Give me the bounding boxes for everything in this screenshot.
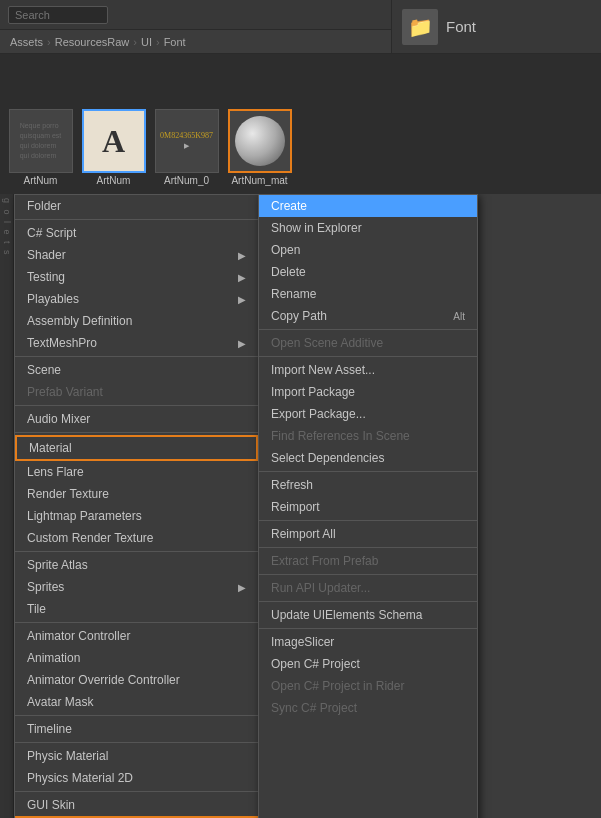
right-menu-item-rename[interactable]: Rename xyxy=(259,283,477,305)
right-menu-item-import-new[interactable]: Import New Asset... xyxy=(259,359,477,381)
right-sep-5 xyxy=(259,547,477,548)
menu-item-prefab-variant: Prefab Variant xyxy=(15,381,258,403)
right-menu-item-export-package[interactable]: Export Package... xyxy=(259,403,477,425)
right-menu-item-open-additive: Open Scene Additive xyxy=(259,332,477,354)
copy-path-shortcut: Alt xyxy=(453,311,465,322)
menu-item-assembly[interactable]: Assembly Definition xyxy=(15,310,258,332)
menu-item-csharp[interactable]: C# Script xyxy=(15,222,258,244)
context-menu-right: Create Show in Explorer Open Delete Rena… xyxy=(258,194,478,818)
right-sep-6 xyxy=(259,574,477,575)
asset-thumb-artnum-mat xyxy=(228,109,292,173)
menu-item-avatar-mask[interactable]: Avatar Mask xyxy=(15,691,258,713)
menu-item-playables[interactable]: Playables ▶ xyxy=(15,288,258,310)
asset-item-artnum0[interactable]: 0M824365K987 ▶ ArtNum_0 xyxy=(154,109,219,186)
menu-item-lightmap[interactable]: Lightmap Parameters xyxy=(15,505,258,527)
menu-item-shader[interactable]: Shader ▶ xyxy=(15,244,258,266)
breadcrumb-font[interactable]: Font xyxy=(164,36,186,48)
arrow-shader: ▶ xyxy=(238,250,246,261)
right-menu-item-show-explorer[interactable]: Show in Explorer xyxy=(259,217,477,239)
right-menu-item-update-ui[interactable]: Update UIElements Schema xyxy=(259,604,477,626)
search-input[interactable] xyxy=(8,6,108,24)
right-menu-item-reimport-all[interactable]: Reimport All xyxy=(259,523,477,545)
breadcrumb-resourcesraw[interactable]: ResourcesRaw xyxy=(55,36,130,48)
asset-thumb-artnum-font: A xyxy=(82,109,146,173)
font-panel-icon: 📁 xyxy=(402,9,438,45)
menu-item-lens-flare[interactable]: Lens Flare xyxy=(15,461,258,483)
arrow-playables: ▶ xyxy=(238,294,246,305)
right-sep-2 xyxy=(259,356,477,357)
right-sep-4 xyxy=(259,520,477,521)
menu-item-custom-render[interactable]: Custom Render Texture xyxy=(15,527,258,549)
separator-9 xyxy=(15,791,258,792)
menu-item-timeline[interactable]: Timeline xyxy=(15,718,258,740)
asset-label-artnum-mat: ArtNum_mat xyxy=(228,175,292,186)
right-menu-item-image-slicer[interactable]: ImageSlicer xyxy=(259,631,477,653)
separator-1 xyxy=(15,219,258,220)
asset-item-artnum1[interactable]: Neque porro quisquam est qui dolorem qui… xyxy=(8,109,73,186)
menu-item-scene[interactable]: Scene xyxy=(15,359,258,381)
right-menu-item-extract-prefab: Extract From Prefab xyxy=(259,550,477,572)
separator-7 xyxy=(15,715,258,716)
right-sep-7 xyxy=(259,601,477,602)
separator-8 xyxy=(15,742,258,743)
right-menu-item-create[interactable]: Create xyxy=(259,195,477,217)
right-sep-8 xyxy=(259,628,477,629)
font-panel-header: 📁 Font xyxy=(391,0,601,54)
menu-item-animator-ctrl[interactable]: Animator Controller xyxy=(15,625,258,647)
sidebar-labels: g o l e t s xyxy=(2,198,12,257)
menu-item-physics-material-2d[interactable]: Physics Material 2D xyxy=(15,767,258,789)
menu-item-testing[interactable]: Testing ▶ xyxy=(15,266,258,288)
asset-label-artnum1: ArtNum xyxy=(9,175,73,186)
right-menu-item-find-refs: Find References In Scene xyxy=(259,425,477,447)
breadcrumb-assets[interactable]: Assets xyxy=(10,36,43,48)
asset-area: Neque porro quisquam est qui dolorem qui… xyxy=(0,54,601,194)
menu-item-textmeshpro[interactable]: TextMeshPro ▶ xyxy=(15,332,258,354)
menu-item-folder[interactable]: Folder xyxy=(15,195,258,217)
separator-6 xyxy=(15,622,258,623)
folder-icon: 📁 xyxy=(408,15,433,39)
asset-label-artnum-font: ArtNum xyxy=(82,175,146,186)
right-menu-item-copy-path[interactable]: Copy Path Alt xyxy=(259,305,477,327)
right-menu-item-run-api: Run API Updater... xyxy=(259,577,477,599)
asset-item-artnum-font[interactable]: A ArtNum xyxy=(81,109,146,186)
menu-item-sprites[interactable]: Sprites ▶ xyxy=(15,576,258,598)
right-menu-item-select-deps[interactable]: Select Dependencies xyxy=(259,447,477,469)
font-panel-title: Font xyxy=(446,18,476,35)
right-menu-item-import-package[interactable]: Import Package xyxy=(259,381,477,403)
right-menu-item-open-csharp[interactable]: Open C# Project xyxy=(259,653,477,675)
separator-4 xyxy=(15,432,258,433)
arrow-testing: ▶ xyxy=(238,272,246,283)
right-menu-item-delete[interactable]: Delete xyxy=(259,261,477,283)
asset-thumb-artnum0: 0M824365K987 ▶ xyxy=(155,109,219,173)
menu-item-animator-override[interactable]: Animator Override Controller xyxy=(15,669,258,691)
right-menu-item-open[interactable]: Open xyxy=(259,239,477,261)
arrow-textmeshpro: ▶ xyxy=(238,338,246,349)
right-menu-item-sync-csharp: Sync C# Project xyxy=(259,697,477,719)
left-sidebar: g o l e t s xyxy=(0,194,14,818)
asset-item-artnum-mat[interactable]: ArtNum_mat xyxy=(227,109,292,186)
menu-item-animation[interactable]: Animation xyxy=(15,647,258,669)
menu-item-physic-material[interactable]: Physic Material xyxy=(15,745,258,767)
separator-5 xyxy=(15,551,258,552)
breadcrumb-ui[interactable]: UI xyxy=(141,36,152,48)
menu-item-audio-mixer[interactable]: Audio Mixer xyxy=(15,408,258,430)
sphere-preview xyxy=(235,116,285,166)
menu-item-render-texture[interactable]: Render Texture xyxy=(15,483,258,505)
menu-item-sprite-atlas[interactable]: Sprite Atlas xyxy=(15,554,258,576)
main-area: g o l e t s Folder C# Script Shader ▶ Te… xyxy=(0,194,601,818)
asset-label-artnum0: ArtNum_0 xyxy=(155,175,219,186)
right-menu-item-reimport[interactable]: Reimport xyxy=(259,496,477,518)
right-menu-item-refresh[interactable]: Refresh xyxy=(259,474,477,496)
right-sep-1 xyxy=(259,329,477,330)
separator-2 xyxy=(15,356,258,357)
right-sep-3 xyxy=(259,471,477,472)
menu-item-gui-skin[interactable]: GUI Skin xyxy=(15,794,258,816)
arrow-sprites: ▶ xyxy=(238,582,246,593)
menu-item-tile[interactable]: Tile xyxy=(15,598,258,620)
context-menu-left: Folder C# Script Shader ▶ Testing ▶ Play… xyxy=(14,194,259,818)
right-menu-item-open-csharp-rider: Open C# Project in Rider xyxy=(259,675,477,697)
separator-3 xyxy=(15,405,258,406)
menus-container: Folder C# Script Shader ▶ Testing ▶ Play… xyxy=(14,194,478,818)
asset-thumb-artnum1: Neque porro quisquam est qui dolorem qui… xyxy=(9,109,73,173)
menu-item-material[interactable]: Material xyxy=(15,435,258,461)
